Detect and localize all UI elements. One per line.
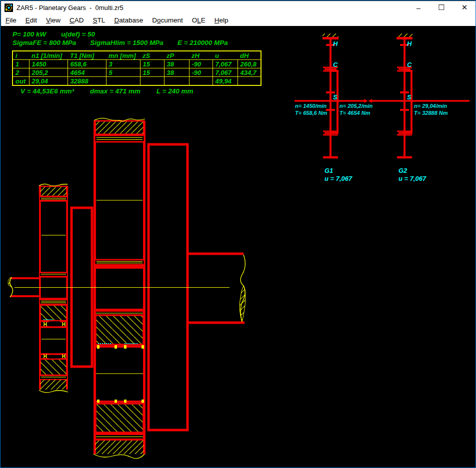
g1-sun-label: S [333,93,338,101]
input-speed: n= 1450/min [295,103,327,109]
menu-ole[interactable]: OLE [188,15,210,25]
menu-file[interactable]: File [1,15,21,25]
stage1-gear-column [39,184,68,393]
g1-housing-label: H [333,40,338,47]
g2-name: G2 [398,167,408,174]
g2-carrier-label: C [407,61,412,68]
menu-cad[interactable]: CAD [65,15,88,25]
minimize-button[interactable]: – [407,1,430,14]
menu-bar: File Edit View CAD STL Database Document… [1,14,476,26]
menu-database[interactable]: Database [110,15,148,25]
close-button[interactable]: ✕ [453,1,476,14]
mid-speed: n= 205,2/min [340,103,373,109]
output-torque: T= 32888 Nm [414,110,448,116]
app-window: ZAR5 - Planetary Gears - 0multi.zr5 – ☐ … [0,0,476,468]
stage2-gear-column [94,118,146,459]
drawing-canvas[interactable]: P= 100 kWu(def) = 50 SigmaFE = 800 MPaSi… [1,26,476,468]
input-torque: T= 658,6 Nm [295,110,328,116]
schematic-annotations: n= 1450/min T= 658,6 Nm n= 205,2/min T= … [295,103,448,116]
g1-carrier-label: C [333,61,338,68]
app-icon [4,3,13,12]
menu-view[interactable]: View [42,15,65,25]
output-speed: n= 29,04/min [414,103,448,109]
output-shaft [188,254,246,323]
window-title: ZAR5 - Planetary Gears - 0multi.zr5 [16,4,124,11]
cad-drawing: H C S G1 u = 7,067 [1,26,476,468]
menu-stl[interactable]: STL [88,15,110,25]
schematic-centerline [294,99,470,103]
g1-name: G1 [324,167,333,174]
maximize-button[interactable]: ☐ [430,1,453,14]
mid-torque: T= 4654 Nm [340,110,370,116]
menu-document[interactable]: Document [148,15,188,25]
menu-edit[interactable]: Edit [21,15,42,25]
g2-ratio: u = 7,067 [398,175,426,182]
menu-help[interactable]: Help [210,15,233,25]
g2-sun-label: S [407,93,412,101]
title-bar: ZAR5 - Planetary Gears - 0multi.zr5 – ☐ … [1,1,476,14]
g2-housing-label: H [407,40,412,47]
g1-ratio: u = 7,067 [324,175,352,182]
